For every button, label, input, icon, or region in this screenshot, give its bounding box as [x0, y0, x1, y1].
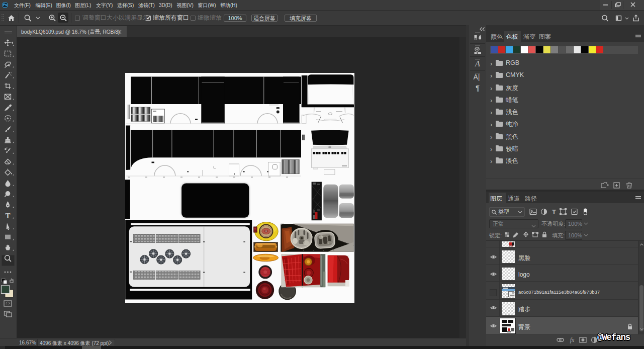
svg-text:T: T	[5, 212, 10, 220]
svg-text:¶: ¶	[476, 83, 480, 92]
svg-text:T: T	[552, 208, 556, 216]
svg-text:A: A	[475, 59, 480, 68]
svg-text:A|: A|	[474, 73, 480, 81]
svg-text:fx: fx	[570, 336, 575, 343]
